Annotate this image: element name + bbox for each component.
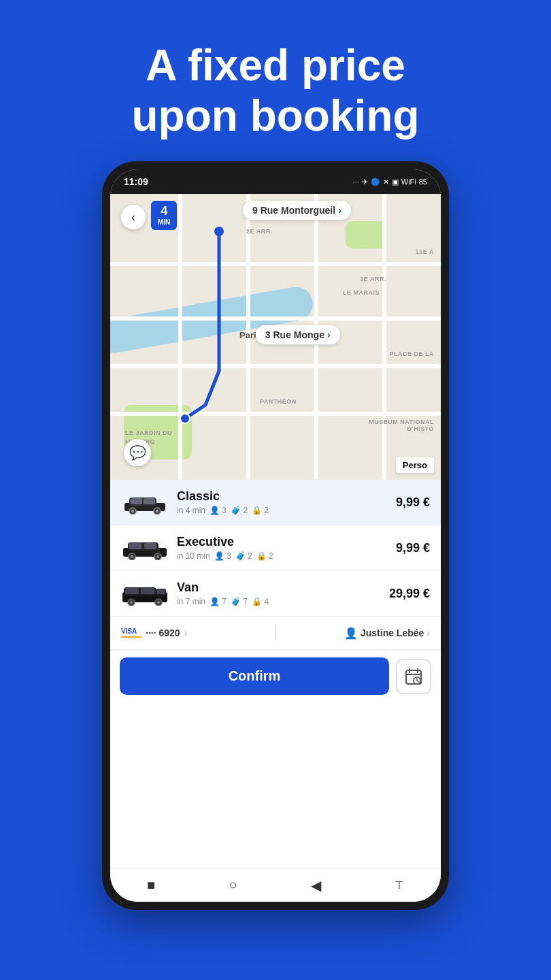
payment-chevron-icon: ›: [184, 627, 188, 638]
ride-name-executive: Executive: [177, 535, 396, 549]
svg-rect-4: [131, 498, 142, 504]
payment-row: VISA ···· 6920 › 👤 Justine Lebée ›: [110, 617, 441, 650]
nav-circle-icon[interactable]: ○: [229, 877, 237, 893]
map-label-musee: Muséum nationald'Histo: [369, 419, 434, 432]
svg-point-17: [156, 555, 159, 558]
eta-unit: MIN: [158, 218, 170, 226]
svg-point-9: [156, 510, 158, 512]
status-time: 11:09: [124, 176, 148, 187]
ride-info-classic: Classic in 4 min 👤 3 🧳 2 🔒 2: [177, 489, 396, 515]
map-label-2e: 2E ARR.: [246, 228, 273, 235]
ride-details-classic: in 4 min 👤 3 🧳 2 🔒 2: [177, 506, 396, 515]
svg-rect-21: [125, 588, 139, 594]
ride-price-executive: 9,99 €: [396, 541, 430, 555]
ride-details-van: in 7 min 👤 7 🧳 7 🔒 4: [177, 597, 389, 606]
map-label-marais: LE MARAIS: [343, 289, 380, 296]
car-image-classic: [121, 491, 169, 514]
ride-price-van: 29,99 €: [389, 587, 430, 601]
back-arrow-icon: ‹: [131, 211, 135, 223]
phone-screen: 11:09 ··· ✈ 🔵 ✕ ▣ WiFi 85: [110, 169, 441, 902]
pickup-address: 9 Rue Montorgueil: [252, 205, 335, 216]
car-image-van: [121, 582, 169, 606]
ride-info-executive: Executive in 10 min 👤 3 🧳 2 🔒 2: [177, 535, 396, 561]
confirm-button[interactable]: Confirm: [120, 657, 389, 695]
nav-back-icon[interactable]: ◀: [311, 877, 321, 894]
ride-option-executive[interactable]: Executive in 10 min 👤 3 🧳 2 🔒 2 9,99 €: [110, 525, 441, 571]
payment-right[interactable]: 👤 Justine Lebée ›: [276, 627, 431, 640]
map-background: 2E ARR. 3E ARR. LE MARAIS Paris 11E A Pl…: [110, 194, 441, 480]
svg-rect-5: [144, 498, 155, 504]
eta-number: 4: [158, 205, 170, 218]
svg-rect-12: [129, 543, 141, 549]
map-label-place: Place de la: [389, 350, 434, 357]
perso-tag: Perso: [396, 457, 434, 473]
location-chip-dropoff[interactable]: 3 Rue Monge ›: [256, 325, 340, 344]
ride-option-van[interactable]: Van in 7 min 👤 7 🧳 7 🔒 4 29,99 €: [110, 571, 441, 617]
ride-options-list: Classic in 4 min 👤 3 🧳 2 🔒 2 9,99 €: [110, 480, 441, 868]
map-label-11e: 11E A: [416, 248, 434, 255]
map-label-pantheon: Panthéon: [260, 398, 297, 405]
svg-point-27: [157, 601, 160, 604]
ride-option-classic[interactable]: Classic in 4 min 👤 3 🧳 2 🔒 2 9,99 €: [110, 480, 441, 525]
chat-button[interactable]: 💬: [124, 439, 151, 466]
svg-point-0: [214, 227, 224, 236]
chat-icon: 💬: [129, 444, 146, 461]
hero-line2: upon booking: [132, 91, 420, 140]
passenger-chevron-icon: ›: [427, 627, 430, 638]
svg-point-16: [131, 555, 133, 558]
nav-square-icon[interactable]: ■: [147, 877, 155, 893]
location-chip-pickup[interactable]: 9 Rue Montorgueil ›: [243, 201, 351, 220]
perso-label: Perso: [403, 460, 427, 470]
ride-info-van: Van in 7 min 👤 7 🧳 7 🔒 4: [177, 581, 389, 606]
android-nav-bar: ■ ○ ◀ ⊤: [110, 868, 441, 902]
passenger-icon: 👤: [344, 627, 358, 640]
map-label-3e: 3E ARR.: [360, 276, 386, 282]
svg-rect-13: [144, 543, 156, 549]
svg-point-1: [180, 414, 190, 423]
ride-price-classic: 9,99 €: [396, 495, 430, 510]
payment-left[interactable]: VISA ···· 6920 ›: [121, 627, 276, 638]
status-icons: ··· ✈ 🔵 ✕ ▣ WiFi 85: [353, 178, 427, 186]
visa-card-icon: VISA: [121, 628, 141, 638]
dropoff-arrow-icon: ›: [327, 329, 331, 340]
svg-rect-22: [141, 588, 154, 594]
svg-point-26: [130, 601, 133, 604]
pickup-arrow-icon: ›: [338, 205, 341, 216]
schedule-button[interactable]: [396, 659, 431, 694]
car-image-executive: [121, 536, 169, 560]
phone-notch: [241, 169, 310, 184]
dropoff-address: 3 Rue Monge: [265, 329, 324, 340]
schedule-icon: [405, 668, 422, 685]
ride-details-executive: in 10 min 👤 3 🧳 2 🔒 2: [177, 551, 396, 561]
confirm-row: Confirm: [110, 650, 441, 702]
hero-text: A fixed price upon booking: [105, 41, 447, 141]
map-area: 2E ARR. 3E ARR. LE MARAIS Paris 11E A Pl…: [110, 194, 441, 480]
ride-name-classic: Classic: [177, 489, 396, 504]
nav-extra-icon[interactable]: ⊤: [395, 879, 404, 892]
passenger-name: Justine Lebée: [361, 627, 424, 638]
hero-line1: A fixed price: [146, 41, 405, 90]
ride-name-van: Van: [177, 581, 389, 595]
svg-point-8: [131, 510, 134, 512]
back-button[interactable]: ‹: [121, 205, 146, 229]
eta-badge: 4 MIN: [151, 201, 177, 230]
card-number: ···· 6920: [146, 627, 180, 638]
phone-device: 11:09 ··· ✈ 🔵 ✕ ▣ WiFi 85: [102, 161, 449, 910]
svg-rect-23: [157, 589, 165, 594]
